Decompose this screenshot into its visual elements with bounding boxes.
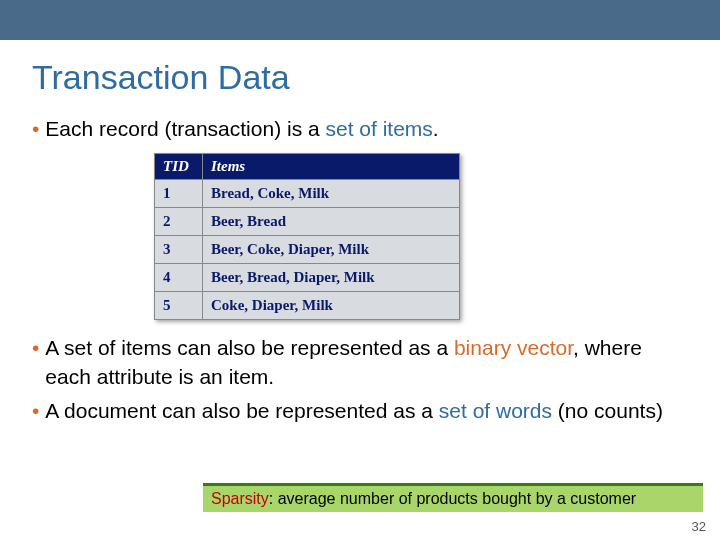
cell-tid: 2 — [155, 208, 203, 236]
table-row: 3 Beer, Coke, Diaper, Milk — [155, 236, 460, 264]
transaction-table-wrap: TID Items 1 Bread, Coke, Milk 2 Beer, Br… — [154, 153, 460, 320]
footnote-sparsity: Sparsity — [211, 490, 269, 507]
cell-items: Bread, Coke, Milk — [203, 180, 460, 208]
transaction-table: TID Items 1 Bread, Coke, Milk 2 Beer, Br… — [154, 153, 460, 320]
cell-tid: 5 — [155, 292, 203, 320]
bullet-1: • Each record (transaction) is a set of … — [32, 115, 688, 143]
bullet-2: • A set of items can also be represented… — [32, 334, 688, 391]
bullet-2-highlight: binary vector — [454, 336, 573, 359]
bullet-1-post: . — [433, 117, 439, 140]
cell-tid: 4 — [155, 264, 203, 292]
cell-tid: 3 — [155, 236, 203, 264]
th-items: Items — [203, 154, 460, 180]
table-row: 4 Beer, Bread, Diaper, Milk — [155, 264, 460, 292]
bullet-3-text: A document can also be represented as a … — [45, 397, 688, 425]
bullet-dot-icon: • — [32, 115, 39, 143]
cell-tid: 1 — [155, 180, 203, 208]
table-header-row: TID Items — [155, 154, 460, 180]
footnote-rest: : average number of products bought by a… — [269, 490, 636, 507]
bullet-3-post: (no counts) — [552, 399, 663, 422]
bullet-1-highlight: set of items — [325, 117, 432, 140]
slide-content: Transaction Data • Each record (transact… — [0, 40, 720, 425]
bullet-dot-icon: • — [32, 334, 39, 362]
slide-title: Transaction Data — [32, 58, 688, 97]
table-row: 1 Bread, Coke, Milk — [155, 180, 460, 208]
table-row: 5 Coke, Diaper, Milk — [155, 292, 460, 320]
bullet-3-pre: A document can also be represented as a — [45, 399, 438, 422]
bullet-2-text: A set of items can also be represented a… — [45, 334, 688, 391]
bullet-3: • A document can also be represented as … — [32, 397, 688, 425]
bullet-1-pre: Each record (transaction) is a — [45, 117, 325, 140]
cell-items: Beer, Coke, Diaper, Milk — [203, 236, 460, 264]
cell-items: Beer, Bread, Diaper, Milk — [203, 264, 460, 292]
th-tid: TID — [155, 154, 203, 180]
page-number: 32 — [692, 519, 706, 534]
table-row: 2 Beer, Bread — [155, 208, 460, 236]
bullet-2-pre: A set of items can also be represented a… — [45, 336, 454, 359]
cell-items: Coke, Diaper, Milk — [203, 292, 460, 320]
header-bar — [0, 0, 720, 40]
cell-items: Beer, Bread — [203, 208, 460, 236]
bullet-dot-icon: • — [32, 397, 39, 425]
bullet-1-text: Each record (transaction) is a set of it… — [45, 115, 688, 143]
bullet-3-highlight: set of words — [439, 399, 552, 422]
footnote-bar: Sparsity: average number of products bou… — [203, 483, 703, 512]
